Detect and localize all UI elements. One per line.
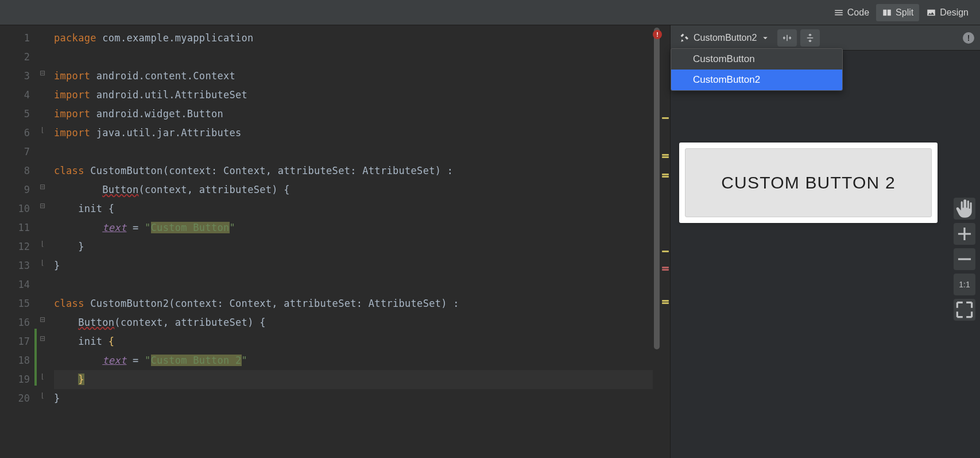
view-mode-tabs: Code Split Design	[0, 0, 980, 25]
zoom-in-button[interactable]	[954, 223, 975, 245]
fold-handle[interactable]: ⌊	[38, 372, 47, 380]
fold-handle[interactable]: ⌊	[38, 126, 47, 134]
preview-component-dropdown[interactable]: CustomButton2	[676, 30, 774, 45]
line-number: 3	[0, 67, 30, 86]
zoom-fit-button[interactable]	[954, 299, 975, 321]
line-number: 17	[0, 332, 30, 351]
line-number: 18	[0, 351, 30, 370]
code-line[interactable]: text = "Custom Button 2"	[54, 351, 653, 370]
code-editor[interactable]: ! 1234567891011121314151617181920 ⊟⌊⊟⊟⌊⌊…	[0, 25, 670, 458]
line-number: 12	[0, 237, 30, 256]
stripe-mark[interactable]	[662, 251, 669, 252]
stripe-mark[interactable]	[662, 267, 669, 268]
design-tools-icon	[680, 33, 690, 43]
code-line[interactable]: import android.util.AttributeSet	[54, 86, 653, 105]
preview-surface[interactable]: CUSTOM BUTTON 2 1:1	[671, 51, 980, 458]
preview-device-frame: CUSTOM BUTTON 2	[679, 143, 938, 223]
line-number: 11	[0, 218, 30, 237]
code-line[interactable]	[54, 143, 653, 161]
preview-toolbar: CustomButton2 ! CustomButton CustomButto…	[671, 25, 980, 51]
line-number: 7	[0, 143, 30, 161]
stripe-mark[interactable]	[662, 302, 669, 304]
line-number: 15	[0, 294, 30, 313]
fold-handle[interactable]: ⌊	[38, 391, 47, 399]
fold-handle[interactable]: ⊟	[38, 334, 47, 342]
line-number: 8	[0, 161, 30, 180]
tab-code[interactable]: Code	[828, 4, 875, 21]
preview-component-name: CustomButton2	[694, 33, 757, 43]
code-line[interactable]: }	[54, 389, 653, 408]
editor-scrollbar[interactable]	[653, 25, 661, 458]
code-line[interactable]: Button(context, attributeSet) {	[54, 180, 653, 199]
preview-component-dropdown-list[interactable]: CustomButton CustomButton2	[671, 48, 843, 91]
code-line[interactable]: }	[54, 256, 653, 275]
tab-split[interactable]: Split	[876, 4, 919, 21]
preview-zoom-tools: 1:1	[954, 198, 975, 321]
code-line[interactable]: import android.widget.Button	[54, 105, 653, 124]
pan-tool[interactable]	[954, 198, 975, 220]
chevron-down-icon	[760, 33, 770, 43]
tab-code-label: Code	[847, 7, 869, 18]
fold-handle[interactable]: ⊟	[38, 315, 47, 324]
preview-option-custombutton[interactable]: CustomButton	[671, 49, 842, 70]
code-line[interactable]: package com.example.myapplication	[54, 29, 653, 48]
line-number: 1	[0, 29, 30, 48]
line-number: 13	[0, 256, 30, 275]
code-line[interactable]: text = "Custom Button"	[54, 218, 653, 237]
fold-handle[interactable]: ⌊	[38, 259, 47, 267]
stripe-mark[interactable]	[662, 174, 669, 175]
code-line[interactable]	[54, 48, 653, 67]
tab-split-label: Split	[896, 7, 913, 18]
line-number: 16	[0, 313, 30, 332]
code-line[interactable]	[54, 275, 653, 294]
tab-design-label: Design	[940, 7, 969, 18]
plus-icon	[954, 223, 975, 245]
orientation-toggle-v[interactable]	[800, 29, 820, 47]
code-line[interactable]: class CustomButton(context: Context, att…	[54, 161, 653, 180]
stripe-mark[interactable]	[662, 176, 669, 178]
preview-warning-icon[interactable]: !	[963, 32, 974, 44]
arrows-vertical-icon	[805, 33, 815, 43]
preview-option-custombutton2[interactable]: CustomButton2	[671, 70, 842, 90]
code-line[interactable]: init {	[54, 199, 653, 218]
fold-handle[interactable]: ⊟	[38, 202, 47, 210]
code-line[interactable]: }	[54, 237, 653, 256]
scrollbar-thumb[interactable]	[654, 28, 660, 349]
fold-handle[interactable]: ⊟	[38, 69, 47, 77]
line-number: 5	[0, 105, 30, 124]
arrows-horizontal-icon	[782, 33, 792, 43]
orientation-toggle-h[interactable]	[777, 29, 797, 47]
line-number: 2	[0, 48, 30, 67]
code-line[interactable]: import java.util.jar.Attributes	[54, 124, 653, 143]
stripe-mark[interactable]	[662, 300, 669, 302]
rendered-custom-button: CUSTOM BUTTON 2	[685, 148, 932, 217]
error-indicator-icon[interactable]: !	[653, 30, 662, 39]
line-number: 20	[0, 389, 30, 408]
code-line[interactable]: class CustomButton2(context: Context, at…	[54, 294, 653, 313]
line-number: 6	[0, 124, 30, 143]
code-line[interactable]: Button(context, attributeSet) {	[54, 313, 653, 332]
code-line[interactable]: init {	[54, 332, 653, 351]
hand-icon	[954, 198, 975, 220]
tab-design[interactable]: Design	[920, 4, 974, 21]
code-line[interactable]: }	[54, 370, 653, 389]
stripe-mark[interactable]	[662, 117, 669, 119]
error-stripe[interactable]	[661, 25, 670, 458]
zoom-reset-button[interactable]: 1:1	[954, 274, 975, 295]
image-icon	[926, 7, 936, 18]
stripe-mark[interactable]	[662, 154, 669, 156]
line-number: 4	[0, 86, 30, 105]
line-number: 14	[0, 275, 30, 294]
line-number: 19	[0, 370, 30, 389]
stripe-mark[interactable]	[662, 156, 669, 158]
code-line[interactable]: import android.content.Context	[54, 67, 653, 86]
zoom-out-button[interactable]	[954, 248, 975, 270]
design-preview-pane: CustomButton2 ! CustomButton CustomButto…	[670, 25, 980, 458]
stripe-mark[interactable]	[662, 269, 669, 271]
fit-screen-icon	[954, 299, 975, 321]
code-area[interactable]: package com.example.myapplicationimport …	[49, 25, 653, 458]
fold-handle[interactable]: ⊟	[38, 183, 47, 191]
line-number-gutter: 1234567891011121314151617181920	[0, 25, 34, 458]
split-icon	[882, 7, 892, 18]
fold-handle[interactable]: ⌊	[38, 240, 47, 248]
